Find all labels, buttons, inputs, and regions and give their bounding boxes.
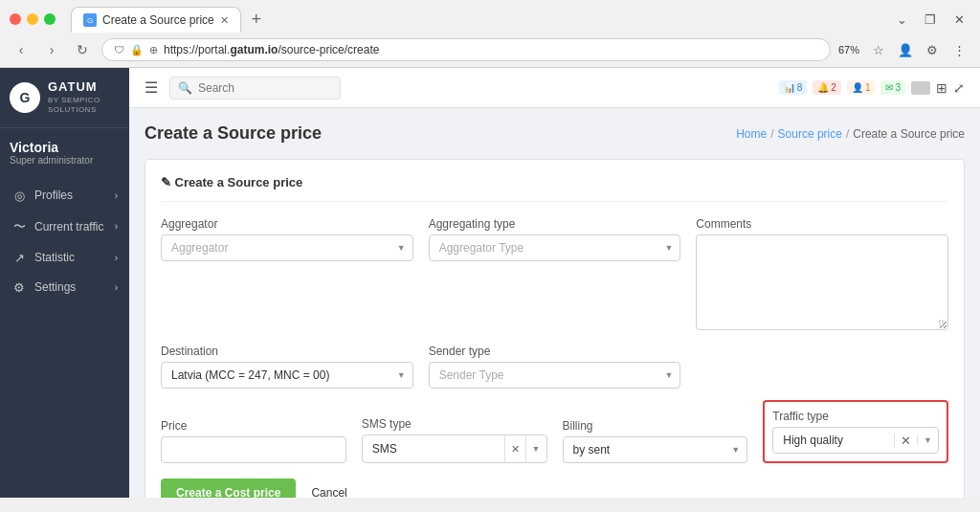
notification-badge-3[interactable]: 👤 1	[847, 80, 876, 95]
form-actions: Create a Cost price Cancel	[161, 479, 948, 498]
price-input[interactable]	[161, 436, 346, 463]
sidebar: G GATUM BY SEMPICO SOLUTIONS Victoria Su…	[0, 68, 129, 498]
restore-btn[interactable]: ❐	[919, 8, 942, 31]
badge-count: 1	[865, 82, 871, 93]
window-controls	[10, 13, 56, 25]
sidebar-logo: G GATUM BY SEMPICO SOLUTIONS	[0, 68, 129, 128]
maximize-window-btn[interactable]	[44, 13, 56, 25]
active-tab[interactable]: G Create a Source price ✕	[71, 7, 241, 33]
destination-select[interactable]: Latvia (MCC = 247, MNC = 00)	[161, 362, 413, 389]
search-input[interactable]	[198, 81, 332, 95]
sms-type-value: SMS	[363, 436, 504, 461]
aggregator-label: Aggregator	[161, 217, 413, 231]
breadcrumb-home[interactable]: Home	[736, 127, 767, 141]
chevron-icon: ›	[115, 190, 118, 201]
breadcrumb-current: Create a Source price	[853, 127, 965, 141]
top-bar: ☰ 🔍 📊 8 🔔 2 👤 1	[129, 68, 980, 108]
breadcrumb-sep-1: /	[770, 127, 773, 141]
aggregating-type-field: Aggregating type Aggregator Type	[429, 217, 681, 333]
language-flag[interactable]	[911, 81, 930, 95]
tab-close-btn[interactable]: ✕	[220, 14, 229, 27]
badge-icon: ✉	[885, 82, 893, 93]
sidebar-item-label: Statistic	[34, 251, 75, 264]
sms-type-label: SMS type	[362, 417, 547, 431]
price-label: Price	[161, 419, 346, 433]
search-box: 🔍	[169, 77, 341, 100]
comments-textarea[interactable]	[696, 234, 948, 330]
chevron-icon: ›	[115, 253, 118, 263]
sms-clear-btn[interactable]: ✕	[504, 435, 525, 462]
price-field: Price	[161, 419, 346, 463]
minimize-window-btn[interactable]	[27, 13, 38, 25]
sender-type-field: Sender type Sender Type	[429, 345, 681, 389]
profiles-icon: ◎	[11, 189, 27, 203]
form-card: ✎ Create a Source price Aggregator Aggre…	[145, 159, 965, 498]
user-role: Super administrator	[10, 155, 120, 166]
profile-btn[interactable]: 👤	[894, 38, 917, 61]
tab-favicon: G	[83, 13, 97, 27]
badge-icon: 🔔	[817, 82, 829, 93]
form-row-1: Aggregator Aggregator Aggregating type A…	[161, 217, 948, 333]
form-card-title: ✎ Create a Source price	[161, 175, 948, 202]
billing-select[interactable]: by sent	[563, 436, 748, 463]
hamburger-icon[interactable]: ☰	[145, 78, 158, 97]
main-content: ☰ 🔍 📊 8 🔔 2 👤 1	[129, 68, 980, 498]
notification-badge-1[interactable]: 📊 8	[779, 80, 808, 95]
sidebar-item-settings[interactable]: ⚙ Settings ›	[0, 273, 129, 302]
zoom-level: 67%	[838, 44, 859, 56]
destination-label: Destination	[161, 345, 413, 358]
sender-type-label: Sender type	[429, 345, 681, 358]
extensions-btn[interactable]: ⚙	[921, 38, 944, 61]
top-bar-left: ☰ 🔍	[145, 77, 341, 100]
traffic-type-dropdown-btn[interactable]: ▼	[917, 435, 938, 445]
sidebar-item-statistic[interactable]: ↗ Statistic ›	[0, 243, 129, 273]
sender-type-select[interactable]: Sender Type	[429, 362, 681, 389]
resize-handle: ⠿	[938, 319, 945, 329]
aggregator-select-wrapper: Aggregator	[161, 234, 413, 261]
notification-badge-4[interactable]: ✉ 3	[880, 80, 905, 95]
reload-btn[interactable]: ↻	[71, 38, 94, 61]
page-header: Create a Source price Home / Source pric…	[145, 123, 965, 144]
aggregator-select[interactable]: Aggregator	[161, 234, 413, 261]
minimize-btn[interactable]: ⌄	[890, 8, 913, 31]
notification-badge-2[interactable]: 🔔 2	[813, 80, 841, 95]
traffic-type-field: Traffic type High quality ✕ ▼	[763, 400, 948, 463]
breadcrumb-sep-2: /	[846, 127, 849, 141]
cancel-button[interactable]: Cancel	[303, 479, 354, 498]
form-title-text: ✎ Create a Source price	[161, 175, 302, 189]
traffic-type-clear-btn[interactable]: ✕	[894, 434, 917, 448]
billing-select-wrapper: by sent	[563, 436, 748, 463]
create-cost-price-button[interactable]: Create a Cost price	[161, 479, 296, 498]
url-domain: gatum.io	[230, 43, 278, 56]
forward-btn[interactable]: ›	[40, 38, 63, 61]
lock-icon: 🔒	[130, 44, 144, 56]
new-tab-btn[interactable]: +	[243, 6, 270, 33]
sidebar-item-current-traffic[interactable]: 〜 Current traffic ›	[0, 211, 129, 243]
expand-icon[interactable]: ⤢	[953, 80, 965, 96]
sidebar-user: Victoria Super administrator	[0, 128, 129, 173]
comments-label: Comments	[696, 217, 948, 231]
browser-chrome: G Create a Source price ✕ + ⌄ ❐ ✕ ‹ › ↻ …	[0, 0, 980, 68]
badge-count: 3	[895, 82, 901, 93]
grid-icon[interactable]: ⊞	[936, 80, 947, 96]
chevron-icon: ›	[115, 221, 118, 232]
breadcrumb-source-price[interactable]: Source price	[778, 127, 842, 141]
form-row-2: Destination Latvia (MCC = 247, MNC = 00)…	[161, 345, 948, 389]
sms-chevron-icon[interactable]: ▼	[525, 435, 546, 462]
close-window-btn[interactable]	[10, 13, 21, 25]
bookmark-btn[interactable]: ☆	[867, 38, 890, 61]
sms-type-field: SMS type SMS ✕ ▼	[362, 417, 547, 463]
tab-label: Create a Source price	[102, 13, 214, 27]
aggregating-type-select[interactable]: Aggregator Type	[429, 234, 681, 261]
address-bar[interactable]: 🛡 🔒 ⊕ https://portal.gatum.io/source-pri…	[101, 38, 831, 61]
badge-icon: 👤	[852, 82, 863, 93]
url-display: https://portal.gatum.io/source-price/cre…	[164, 43, 818, 56]
back-btn[interactable]: ‹	[10, 38, 33, 61]
sidebar-item-profiles[interactable]: ◎ Profiles ›	[0, 181, 129, 211]
aggregator-field: Aggregator Aggregator	[161, 217, 413, 333]
statistic-icon: ↗	[11, 251, 27, 265]
sidebar-item-label: Settings	[34, 280, 76, 294]
close-btn[interactable]: ✕	[947, 8, 970, 31]
browser-toolbar: ‹ › ↻ 🛡 🔒 ⊕ https://portal.gatum.io/sour…	[0, 33, 980, 67]
menu-btn[interactable]: ⋮	[947, 38, 970, 61]
